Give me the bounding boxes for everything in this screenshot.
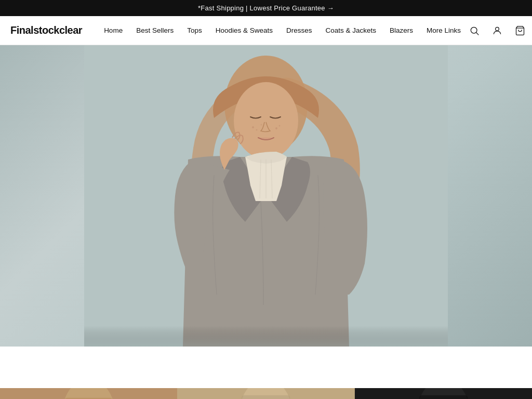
svg-point-9 [256,129,258,131]
svg-rect-26 [419,395,468,399]
nav-item-blazers[interactable]: Blazers [383,23,419,37]
svg-point-7 [234,82,298,159]
svg-point-11 [279,125,281,127]
svg-rect-23 [242,395,290,399]
svg-point-12 [261,124,262,126]
nav-item-best-sellers[interactable]: Best Sellers [130,23,180,37]
header-icons [467,23,527,38]
hero-section [0,45,532,347]
nav-item-tops[interactable]: Tops [181,23,208,37]
svg-point-10 [275,127,277,129]
thumbnail-1[interactable] [0,388,177,399]
nav-item-home[interactable]: Home [98,23,129,37]
svg-point-0 [471,27,477,33]
search-icon[interactable] [467,23,482,38]
account-icon[interactable] [490,23,504,38]
announcement-bar: *Fast Shipping | Lowest Price Guarantee … [0,0,532,16]
nav-item-dresses[interactable]: Dresses [280,23,318,37]
svg-point-2 [496,27,499,31]
main-nav: Home Best Sellers Tops Hoodies & Sweats … [98,23,467,37]
gap-section [0,347,532,388]
logo[interactable]: Finalstockclear [10,24,82,36]
thumbnail-3[interactable] [355,388,532,399]
hero-model-image [84,45,448,347]
cart-icon[interactable] [513,23,527,38]
announcement-text: *Fast Shipping | Lowest Price Guarantee … [198,4,334,12]
header: Finalstockclear Home Best Sellers Tops H… [0,16,532,45]
thumbnails-row [0,388,532,399]
thumbnail-2[interactable] [177,388,354,399]
svg-rect-17 [84,326,448,347]
svg-point-8 [252,126,254,128]
nav-item-coats-jackets[interactable]: Coats & Jackets [320,23,383,37]
svg-line-1 [476,32,479,35]
svg-point-19 [62,388,115,399]
nav-item-more-links[interactable]: More Links [420,23,467,37]
nav-item-hoodies-sweats[interactable]: Hoodies & Sweats [209,23,279,37]
